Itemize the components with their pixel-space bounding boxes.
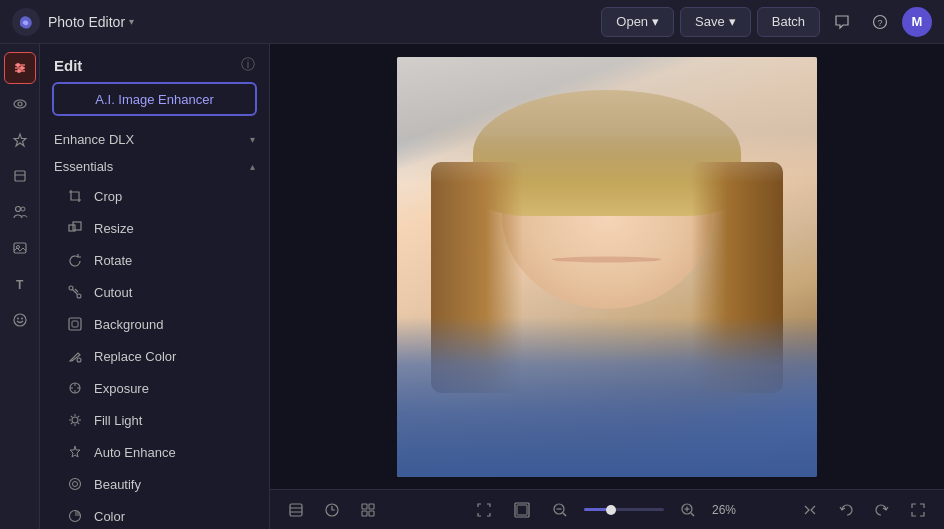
panel-sidebar: Edit ⓘ A.I. Image Enhancer Enhance DLX ▾…	[40, 44, 270, 529]
svg-rect-60	[369, 511, 374, 516]
save-chevron-icon: ▾	[729, 14, 736, 29]
panel-title: Edit	[54, 57, 82, 74]
zoom-in-icon-button[interactable]	[674, 496, 702, 524]
open-button[interactable]: Open ▾	[601, 7, 674, 37]
menu-item-exposure[interactable]: Exposure	[44, 372, 265, 404]
menu-item-crop[interactable]: Crop	[44, 180, 265, 212]
svg-line-26	[75, 289, 78, 292]
avatar[interactable]: M	[902, 7, 932, 37]
app-title-group[interactable]: Photo Editor ▾	[48, 14, 134, 30]
open-chevron-icon: ▾	[652, 14, 659, 29]
cutout-icon	[66, 283, 84, 301]
svg-rect-28	[72, 321, 78, 327]
menu-item-resize[interactable]: Resize	[44, 212, 265, 244]
menu-item-rotate[interactable]: Rotate	[44, 244, 265, 276]
menu-item-fill-light[interactable]: Fill Light	[44, 404, 265, 436]
layers-icon-button[interactable]	[282, 496, 310, 524]
auto-enhance-icon	[66, 443, 84, 461]
section-essentials-chevron-icon: ▴	[250, 161, 255, 172]
zoom-slider[interactable]	[584, 508, 664, 511]
svg-line-41	[78, 423, 79, 424]
section-essentials[interactable]: Essentials ▴	[40, 153, 269, 180]
sidebar-icon-layers[interactable]	[4, 160, 36, 192]
svg-point-29	[77, 358, 81, 362]
zoom-out-icon-button[interactable]	[546, 496, 574, 524]
svg-line-43	[71, 423, 72, 424]
help-icon-button[interactable]: ?	[864, 6, 896, 38]
grid-icon-button[interactable]	[354, 496, 382, 524]
svg-marker-10	[14, 134, 26, 146]
svg-rect-27	[69, 318, 81, 330]
main-layout: T Edit ⓘ A.I. Image Enhancer Enhance DLX…	[0, 44, 944, 529]
svg-point-24	[77, 294, 81, 298]
replace-color-icon	[66, 347, 84, 365]
section-enhance-dlx-chevron-icon: ▾	[250, 134, 255, 145]
menu-item-exposure-label: Exposure	[94, 381, 149, 396]
app-title-chevron-icon: ▾	[129, 16, 134, 27]
menu-item-resize-label: Resize	[94, 221, 134, 236]
save-button[interactable]: Save ▾	[680, 7, 751, 37]
svg-point-5	[16, 63, 20, 67]
sidebar-icon-photo[interactable]	[4, 232, 36, 264]
svg-point-7	[17, 69, 21, 73]
menu-item-beautify[interactable]: Beautify	[44, 468, 265, 500]
section-enhance-dlx[interactable]: Enhance DLX ▾	[40, 126, 269, 153]
svg-point-35	[72, 417, 78, 423]
menu-item-replace-color[interactable]: Replace Color	[44, 340, 265, 372]
sidebar-icon-text[interactable]: T	[4, 268, 36, 300]
ai-enhancer-button[interactable]: A.I. Image Enhancer	[52, 82, 257, 116]
rotate-icon	[66, 251, 84, 269]
section-enhance-dlx-label: Enhance DLX	[54, 132, 134, 147]
menu-item-background-label: Background	[94, 317, 163, 332]
sidebar-icon-adjust[interactable]	[4, 52, 36, 84]
exposure-icon	[66, 379, 84, 397]
resize-icon	[66, 219, 84, 237]
menu-item-color-label: Color	[94, 509, 125, 524]
svg-rect-22	[73, 222, 81, 230]
svg-line-65	[563, 513, 566, 516]
bottom-left-controls	[282, 496, 382, 524]
panel-header: Edit ⓘ	[40, 44, 269, 82]
menu-item-color[interactable]: Color	[44, 500, 265, 529]
undo-icon-button[interactable]	[832, 496, 860, 524]
menu-item-auto-enhance-label: Auto Enhance	[94, 445, 176, 460]
menu-item-cutout[interactable]: Cutout	[44, 276, 265, 308]
menu-item-auto-enhance[interactable]: Auto Enhance	[44, 436, 265, 468]
batch-button[interactable]: Batch	[757, 7, 820, 37]
svg-point-19	[17, 318, 19, 320]
svg-rect-58	[369, 504, 374, 509]
svg-point-14	[21, 207, 25, 211]
svg-line-42	[78, 416, 79, 417]
info-icon[interactable]: ⓘ	[241, 56, 255, 74]
chat-icon-button[interactable]	[826, 6, 858, 38]
menu-item-cutout-label: Cutout	[94, 285, 132, 300]
crop-icon	[66, 187, 84, 205]
fullscreen-icon-button[interactable]	[904, 496, 932, 524]
beautify-icon	[66, 475, 84, 493]
fit-screen-icon-button[interactable]	[470, 496, 498, 524]
history-icon-button[interactable]	[318, 496, 346, 524]
menu-item-beautify-label: Beautify	[94, 477, 141, 492]
svg-point-45	[73, 482, 78, 487]
topbar-actions: Open ▾ Save ▾ Batch ? M	[601, 6, 932, 38]
svg-point-6	[20, 66, 24, 70]
sidebar-icon-eye[interactable]	[4, 88, 36, 120]
sidebar-icon-people[interactable]	[4, 196, 36, 228]
sidebar-icon-sticker[interactable]	[4, 304, 36, 336]
panel-scroll: Enhance DLX ▾ Essentials ▴ Crop	[40, 126, 269, 529]
sidebar-icon-magic[interactable]	[4, 124, 36, 156]
menu-item-background[interactable]: Background	[44, 308, 265, 340]
topbar: Photo Editor ▾ Open ▾ Save ▾ Batch ? M	[0, 0, 944, 44]
menu-item-replace-color-label: Replace Color	[94, 349, 176, 364]
svg-point-20	[21, 318, 23, 320]
svg-rect-59	[362, 511, 367, 516]
compare-icon-button[interactable]	[796, 496, 824, 524]
background-icon	[66, 315, 84, 333]
redo-icon-button[interactable]	[868, 496, 896, 524]
crop-view-icon-button[interactable]	[508, 496, 536, 524]
svg-line-40	[71, 416, 72, 417]
bottom-bar: 26%	[270, 489, 944, 529]
menu-item-fill-light-label: Fill Light	[94, 413, 142, 428]
svg-point-8	[14, 100, 26, 108]
svg-rect-57	[362, 504, 367, 509]
